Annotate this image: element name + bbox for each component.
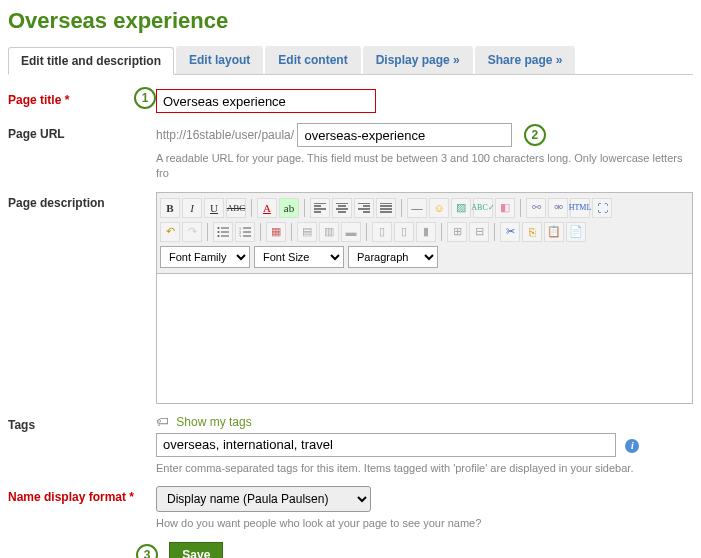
show-my-tags-link[interactable]: Show my tags — [176, 415, 251, 429]
svg-text:3: 3 — [239, 234, 241, 237]
badge-3: 3 — [136, 544, 158, 558]
tab-bar: Edit title and description Edit layout E… — [8, 46, 693, 75]
font-family-select[interactable]: Font Family — [160, 246, 250, 268]
tags-label: Tags — [8, 414, 156, 432]
html-icon[interactable]: HTML — [570, 198, 590, 218]
col-before-icon[interactable]: ▯ — [372, 222, 392, 242]
tab-edit-content[interactable]: Edit content — [265, 46, 360, 74]
image-icon[interactable]: ▨ — [451, 198, 471, 218]
hr-icon[interactable]: — — [407, 198, 427, 218]
fullscreen-icon[interactable]: ⛶ — [592, 198, 612, 218]
paragraph-select[interactable]: Paragraph — [348, 246, 438, 268]
badge-1: 1 — [134, 87, 156, 109]
eraser-icon[interactable]: ◧ — [495, 198, 515, 218]
tab-edit-layout[interactable]: Edit layout — [176, 46, 263, 74]
url-hint: A readable URL for your page. This field… — [156, 151, 693, 182]
name-format-select[interactable]: Display name (Paula Paulsen) — [156, 486, 371, 512]
unlink-icon[interactable]: ⚮ — [548, 198, 568, 218]
name-format-label: Name display format * — [8, 486, 156, 504]
tab-edit-title[interactable]: Edit title and description — [8, 47, 174, 75]
page-url-input[interactable] — [297, 123, 512, 147]
table-icon[interactable]: ▦ — [266, 222, 286, 242]
url-prefix: http://16stable/user/paula/ — [156, 128, 294, 142]
redo-icon[interactable]: ↷ — [182, 222, 202, 242]
row-delete-icon[interactable]: ▬ — [341, 222, 361, 242]
tag-icon: 🏷 — [156, 414, 169, 429]
paste-icon[interactable]: 📋 — [544, 222, 564, 242]
col-after-icon[interactable]: ▯ — [394, 222, 414, 242]
align-left-icon[interactable] — [310, 198, 330, 218]
align-right-icon[interactable] — [354, 198, 374, 218]
page-title-input[interactable] — [156, 89, 376, 113]
merge-cells-icon[interactable]: ⊞ — [447, 222, 467, 242]
split-cells-icon[interactable]: ⊟ — [469, 222, 489, 242]
number-list-icon[interactable]: 123 — [235, 222, 255, 242]
name-format-hint: How do you want people who look at your … — [156, 516, 693, 531]
bold-icon[interactable]: B — [160, 198, 180, 218]
row-after-icon[interactable]: ▥ — [319, 222, 339, 242]
page-url-label: Page URL — [8, 123, 156, 141]
page-heading: Overseas experience — [8, 8, 693, 34]
copy-icon[interactable]: ⎘ — [522, 222, 542, 242]
highlight-icon[interactable]: ab — [279, 198, 299, 218]
cut-icon[interactable]: ✂ — [500, 222, 520, 242]
text-color-icon[interactable]: A — [257, 198, 277, 218]
svg-point-1 — [218, 231, 220, 233]
row-before-icon[interactable]: ▤ — [297, 222, 317, 242]
col-delete-icon[interactable]: ▮ — [416, 222, 436, 242]
tab-display-page[interactable]: Display page » — [363, 46, 473, 74]
editor-toolbar: B I U ABC A ab — ☺ ▨ ABC✓ ◧ ⚯ ⚮ — [156, 192, 693, 274]
svg-point-0 — [218, 227, 220, 229]
description-editor[interactable] — [156, 274, 693, 404]
bullet-list-icon[interactable] — [213, 222, 233, 242]
align-justify-icon[interactable] — [376, 198, 396, 218]
tab-share-page[interactable]: Share page » — [475, 46, 576, 74]
spellcheck-icon[interactable]: ABC✓ — [473, 198, 493, 218]
tags-hint: Enter comma-separated tags for this item… — [156, 461, 693, 476]
page-description-label: Page description — [8, 192, 156, 210]
info-icon[interactable]: i — [625, 439, 639, 453]
svg-point-2 — [218, 235, 220, 237]
align-center-icon[interactable] — [332, 198, 352, 218]
undo-icon[interactable]: ↶ — [160, 222, 180, 242]
emoji-icon[interactable]: ☺ — [429, 198, 449, 218]
tags-input[interactable] — [156, 433, 616, 457]
font-size-select[interactable]: Font Size — [254, 246, 344, 268]
badge-2: 2 — [524, 124, 546, 146]
link-icon[interactable]: ⚯ — [526, 198, 546, 218]
italic-icon[interactable]: I — [182, 198, 202, 218]
save-button[interactable]: Save — [169, 542, 223, 558]
underline-icon[interactable]: U — [204, 198, 224, 218]
strikethrough-icon[interactable]: ABC — [226, 198, 246, 218]
paste-word-icon[interactable]: 📄 — [566, 222, 586, 242]
